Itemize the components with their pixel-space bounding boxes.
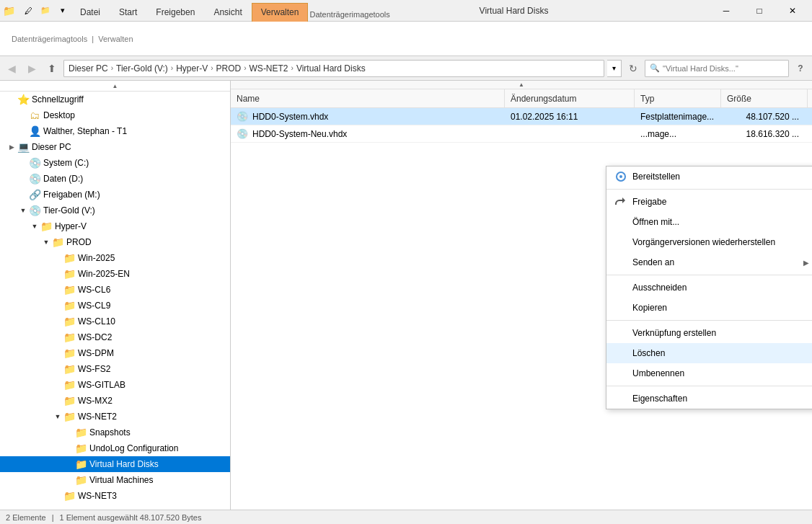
close-button[interactable]: ✕ [776, 0, 809, 22]
search-box[interactable]: 🔍 [645, 60, 789, 77]
sidebar-item-ws-cl6[interactable]: 📁 WS-CL6 [0, 282, 230, 298]
ctx-umbenennen[interactable]: Umbenennen [606, 363, 812, 383]
sidebar-label-dieser-pc: Dieser PC [32, 142, 71, 152]
tab-freigeben[interactable]: Freigeben [146, 3, 204, 22]
sidebar-label-ws-gitlab: WS-GITLAB [78, 380, 125, 390]
col-header-type[interactable]: Typ [635, 89, 721, 107]
sidebar-item-hyper-v[interactable]: ▼ 📁 Hyper-V [0, 218, 230, 234]
refresh-button[interactable]: ↻ [625, 60, 642, 77]
file-size-0: 48.107.520 ... [721, 112, 808, 122]
forward-button[interactable]: ▶ [23, 60, 40, 77]
up-button[interactable]: ⬆ [43, 60, 61, 77]
maximize-button[interactable]: □ [743, 0, 776, 22]
sidebar-item-undolog[interactable]: 📁 UndoLog Configuration [0, 440, 230, 456]
sidebar-item-desktop[interactable]: 🗂 Desktop [0, 107, 230, 123]
ctx-label-kopieren: Kopieren [632, 303, 809, 313]
sidebar-item-dieser-pc[interactable]: ▶ 💻 Dieser PC [0, 139, 230, 155]
sidebar-item-win-2025-en[interactable]: 📁 Win-2025-EN [0, 266, 230, 282]
scroll-up-icon: ▲ [518, 81, 524, 88]
back-button[interactable]: ◀ [3, 60, 20, 77]
expand-icon [63, 427, 75, 438]
ctx-bereitstellen[interactable]: Bereitstellen [606, 166, 812, 187]
qat-newfolder-button[interactable]: 📁 [37, 3, 53, 19]
ws-mx2-icon: 📁 [63, 395, 75, 407]
sidebar-item-prod[interactable]: ▼ 📁 PROD [0, 234, 230, 250]
sidebar-label-virtual-hard-disks: Virtual Hard Disks [89, 459, 159, 469]
system-c-icon: 💿 [29, 157, 40, 169]
sidebar-up-arrow[interactable]: ▲ [110, 82, 121, 89]
ctx-senden-an[interactable]: Senden an ▶ [606, 252, 812, 272]
ws-gitlab-icon: 📁 [63, 379, 75, 391]
sidebar-label-ws-net3: WS-NET3 [78, 491, 117, 501]
sidebar-item-ws-gitlab[interactable]: 📁 WS-GITLAB [0, 377, 230, 393]
sidebar-label-ws-mx2: WS-MX2 [78, 396, 112, 406]
scroll-indicator-top[interactable]: ▲ [231, 81, 812, 89]
address-box[interactable]: Dieser PC › Tier-Gold (V:) › Hyper-V › P… [63, 60, 604, 77]
col-header-size[interactable]: Größe [721, 89, 808, 107]
senden-an-icon [615, 257, 627, 268]
sidebar-label-ws-dpm: WS-DPM [78, 348, 114, 358]
sidebar-item-tier-gold[interactable]: ▼ 💿 Tier-Gold (V:) [0, 203, 230, 218]
search-icon: 🔍 [650, 63, 660, 73]
tab-datei[interactable]: Datei [71, 3, 110, 22]
ctx-vorgaengerversionen[interactable]: Vorgängerversionen wiederherstellen [606, 232, 812, 252]
qat-dropdown-button[interactable]: ▾ [55, 3, 71, 19]
file-row[interactable]: 💿 HDD0-System-Neu.vhdx ...mage... 18.616… [231, 125, 812, 143]
sidebar-label-ws-cl10: WS-CL10 [78, 316, 115, 327]
ctx-kopieren[interactable]: Kopieren [606, 298, 812, 318]
sidebar-item-ws-fs2[interactable]: 📁 WS-FS2 [0, 361, 230, 377]
sidebar-item-snapshots[interactable]: 📁 Snapshots [0, 425, 230, 440]
sidebar: ▲ ⭐ Schnellzugriff 🗂 Desktop 👤 Walther, … [0, 81, 231, 510]
file-list: ▲ Name Änderungsdatum Typ Größe 💿 HDD0-S… [231, 81, 812, 510]
sidebar-item-schnellzugriff[interactable]: ⭐ Schnellzugriff [0, 92, 230, 107]
expand-icon [52, 284, 63, 296]
search-input[interactable] [663, 64, 784, 73]
sidebar-item-virtual-machines[interactable]: 📁 Virtual Machines [0, 472, 230, 488]
sidebar-item-ws-dpm[interactable]: 📁 WS-DPM [0, 345, 230, 361]
ctx-freigabe[interactable]: Freigabe [606, 192, 812, 212]
address-dropdown-button[interactable]: ▾ [607, 60, 622, 77]
sidebar-item-ws-mx2[interactable]: 📁 WS-MX2 [0, 393, 230, 409]
sidebar-item-virtual-hard-disks[interactable]: 📁 Virtual Hard Disks [0, 456, 230, 472]
sidebar-item-freigaben-m[interactable]: 🔗 Freigaben (M:) [0, 187, 230, 203]
sidebar-item-ws-cl10[interactable]: 📁 WS-CL10 [0, 314, 230, 329]
help-button[interactable]: ? [792, 60, 809, 77]
sidebar-item-walther[interactable]: 👤 Walther, Stephan - T1 [0, 123, 230, 139]
sidebar-item-win-2025[interactable]: 📁 Win-2025 [0, 250, 230, 266]
sidebar-item-ws-dc2[interactable]: 📁 WS-DC2 [0, 329, 230, 345]
sidebar-label-virtual-machines: Virtual Machines [89, 475, 154, 485]
tab-verwalten[interactable]: Verwalten [252, 3, 309, 22]
tab-start[interactable]: Start [110, 3, 146, 22]
col-header-name[interactable]: Name [231, 89, 505, 107]
addr-prod: PROD [216, 63, 242, 74]
sidebar-item-ws-net2[interactable]: ▼ 📁 WS-NET2 [0, 409, 230, 425]
bereitstellen-icon [615, 171, 627, 182]
ctx-ausschneiden[interactable]: Ausschneiden [606, 277, 812, 298]
ctx-loeschen[interactable]: Löschen [606, 343, 812, 363]
file-row[interactable]: 💿 HDD0-System.vhdx 01.02.2025 16:11 Fest… [231, 108, 812, 125]
file-name-1: 💿 HDD0-System-Neu.vhdx [231, 128, 505, 140]
col-header-date[interactable]: Änderungsdatum [505, 89, 635, 107]
sidebar-item-system-c[interactable]: 💿 System (C:) [0, 155, 230, 171]
sidebar-item-ws-cl9[interactable]: 📁 WS-CL9 [0, 298, 230, 314]
file-date-0: 01.02.2025 16:11 [505, 112, 635, 122]
file-type-0: Festplattenimage... [635, 112, 721, 122]
minimize-button[interactable]: ─ [710, 0, 743, 22]
app-icon: 📁 [3, 5, 14, 17]
sidebar-scroll-top[interactable]: ▲ [0, 81, 230, 92]
file-name-0: 💿 HDD0-System.vhdx [231, 111, 505, 123]
sidebar-label-desktop: Desktop [43, 110, 75, 120]
sidebar-label-prod: PROD [66, 237, 92, 247]
sidebar-item-daten-d[interactable]: 💿 Daten (D:) [0, 171, 230, 187]
ctx-oeffnen-mit[interactable]: Öffnen mit... [606, 212, 812, 232]
sidebar-label-daten-d: Daten (D:) [43, 174, 83, 184]
ctx-eigenschaften[interactable]: Eigenschaften [606, 388, 812, 409]
expand-icon [52, 347, 63, 359]
sidebar-label-snapshots: Snapshots [89, 427, 131, 438]
sidebar-label-undolog: UndoLog Configuration [89, 443, 178, 453]
sidebar-item-ws-net3[interactable]: 📁 WS-NET3 [0, 488, 230, 504]
ctx-verknuepfung[interactable]: Verknüpfung erstellen [606, 323, 812, 343]
eigenschaften-icon [615, 393, 627, 404]
qat-properties-button[interactable]: 🖊 [20, 3, 36, 19]
tab-ansicht[interactable]: Ansicht [204, 3, 251, 22]
